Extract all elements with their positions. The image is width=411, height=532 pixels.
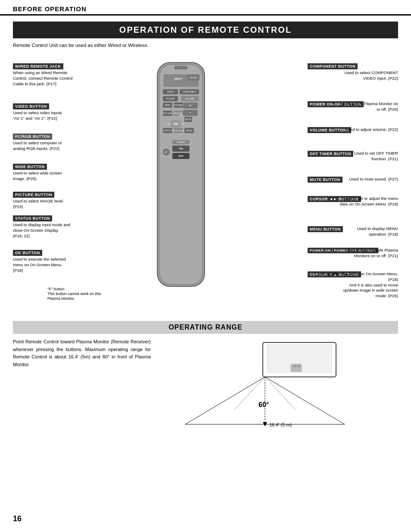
power-onoff-button-desc: Used to turn Plasma Monitor onor off. (P… — [308, 101, 398, 112]
menu-button-label: MENU BUTTON Used to display MENUoperatio… — [308, 226, 398, 237]
cursor-ud-buttons-desc: Used to select the menu on On-Screen Men… — [308, 271, 398, 299]
volume-buttons-desc: Used to adjust volume. (P22) — [308, 127, 398, 133]
off-timer-button-desc: Used to set OFF TIMERfunction. (P21) — [308, 151, 398, 162]
component-button-desc: Used to select COMPONENTVIDEO input. (P2… — [308, 70, 398, 81]
f-button-label: "F" button This button cannot work on th… — [47, 286, 101, 301]
svg-text:OFFTIMER: OFFTIMER — [174, 104, 184, 106]
status-button-title: STATUS BUTTON — [13, 215, 52, 221]
status-button-desc: Used to display input mode andclose On-S… — [13, 222, 95, 239]
svg-rect-54 — [293, 365, 296, 367]
off-timer-button-label: OFF TIMER BUTTON Used to set OFF TIMERfu… — [308, 151, 398, 162]
svg-text:+: + — [189, 103, 192, 108]
svg-text:60°: 60° — [258, 401, 269, 408]
wide-button-title: WIDE BUTTON — [13, 164, 47, 170]
svg-text:VOLUME: VOLUME — [185, 97, 195, 100]
page-header: BEFORE OPERATION — [0, 0, 411, 16]
volume-buttons-label: VOLUME BUTTONS Used to adjust volume. (P… — [308, 127, 398, 133]
svg-text:STATUS: STATUS — [164, 129, 172, 132]
component-button-title: COMPONENT BUTTON — [308, 63, 358, 69]
svg-rect-2 — [174, 66, 187, 69]
pcrgb-button-desc: Used to select computer oranalog RGB inp… — [13, 140, 95, 152]
section-title-bar: OPERATION OF REMOTE CONTROL — [13, 22, 398, 38]
picture-button-title: PICTURE BUTTON — [13, 192, 54, 198]
diagram-area: INPUT ⏻ ON-OFF VIDEO COMPONENT PC/RGB VO… — [13, 54, 398, 312]
svg-text:MENU: MENU — [186, 129, 193, 132]
remote-control-diagram: INPUT ⏻ ON-OFF VIDEO COMPONENT PC/RGB VO… — [146, 58, 215, 300]
svg-text:VIDEO: VIDEO — [167, 90, 174, 93]
video-button-title: VIDEO BUTTON — [13, 103, 49, 109]
pcrgb-button-title: PC/RGB BUTTON — [13, 134, 52, 140]
svg-text:MUTE: MUTE — [185, 118, 192, 121]
cursor-lr-buttons-label: CURSOR ◄► BUTTONS Used to set or adjust … — [308, 196, 398, 207]
operating-range-text: Point Remote Control toward Plasma Monit… — [13, 338, 151, 433]
menu-button-desc: Used to display MENUoperation. (P18) — [308, 226, 398, 237]
component-button-label: COMPONENT BUTTON Used to select COMPONEN… — [308, 63, 398, 75]
cursor-ud-buttons-label: CURSOR ▼▲ BUTTONS Used to select the men… — [308, 271, 398, 299]
power-on-off-buttons-desc: Used to turn multiple PlasmaMonitors on … — [308, 248, 398, 259]
svg-text:−: − — [189, 110, 192, 115]
svg-text:POWER: POWER — [177, 141, 185, 143]
svg-line-56 — [185, 377, 265, 424]
wide-button-desc: Used to select wide screenimage. (P25) — [13, 171, 95, 182]
picture-button-desc: Used to select IMAGE level.(P23) — [13, 199, 95, 210]
operating-range-bar: OPERATING RANGE — [13, 321, 398, 334]
svg-text:OFF: OFF — [178, 155, 184, 157]
page-number: 16 — [13, 514, 22, 523]
svg-text:MOVE DOWN: MOVE DOWN — [173, 130, 184, 132]
page-header-title: BEFORE OPERATION — [13, 5, 87, 12]
wired-remote-jack-desc: When using as Wired RemoteControl, conne… — [13, 70, 95, 87]
svg-text:OK: OK — [174, 122, 178, 125]
svg-line-57 — [265, 377, 345, 424]
svg-text:ON: ON — [179, 147, 183, 150]
power-on-off-buttons-label: POWER ON / POWER OFF BUTTONS Used to tur… — [308, 248, 398, 259]
svg-text:WIDE: WIDE — [165, 104, 171, 106]
svg-text:PC/RGB: PC/RGB — [166, 97, 175, 100]
svg-text:PICTURE: PICTURE — [163, 112, 173, 115]
power-onoff-button-label: POWER ON-OFF BUTTON Used to turn Plasma … — [308, 101, 398, 112]
svg-text:16.4' (5 m): 16.4' (5 m) — [269, 422, 292, 427]
svg-rect-53 — [291, 364, 302, 372]
ok-button-title: OK BUTTON — [13, 250, 42, 256]
svg-text:INPUT: INPUT — [174, 78, 182, 80]
svg-text:ON-OFF: ON-OFF — [190, 77, 197, 79]
svg-text:COMPONENT: COMPONENT — [182, 90, 196, 93]
cursor-lr-buttons-desc: Used to set or adjust the menudata on On… — [308, 196, 398, 207]
svg-text:F: F — [165, 151, 167, 154]
operating-range-content: Point Remote Control toward Plasma Monit… — [13, 338, 398, 433]
svg-rect-55 — [297, 365, 301, 367]
wired-remote-jack-title: WIRED REMOTE JACK — [13, 63, 63, 69]
operating-range-diagram: 60° 16.4' (5 m) — [159, 338, 398, 433]
mute-button-desc: Used to mute sound. (P27) — [308, 177, 398, 182]
intro-text: Remote Control Unit can be used as eithe… — [0, 43, 411, 48]
ok-button-desc: Used to execute the selectedmenu on On-S… — [13, 257, 95, 273]
video-button-desc: Used to select video inputs"AV 1" and "A… — [13, 110, 95, 121]
mute-button-label: MUTE BUTTON Used to mute sound. (P27) — [308, 177, 398, 182]
